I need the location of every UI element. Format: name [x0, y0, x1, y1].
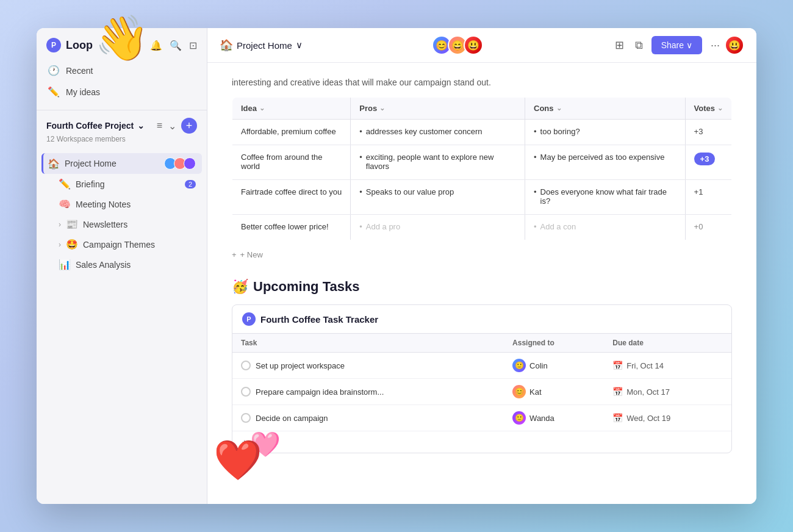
task-checkbox-1[interactable]: [241, 387, 251, 397]
task-col-task: Task: [232, 334, 504, 353]
sidebar-item-my-ideas[interactable]: ✏️ My ideas: [41, 81, 202, 102]
sidebar-item-newsletters[interactable]: › 📰 Newsletters: [41, 214, 202, 234]
pros-sort-icon: ⌄: [379, 104, 385, 112]
task-name-0: Set up project workspace: [232, 353, 504, 379]
app-window: P Loop 🔔 🔍 ⊡ 🕐 Recent ✏️ My ideas Fo: [37, 28, 756, 504]
intro-text: interesting and creative ideas that will…: [232, 77, 732, 87]
add-page-button[interactable]: +: [181, 118, 197, 134]
col-cons[interactable]: Cons ⌄: [525, 98, 686, 120]
sidebar-item-project-home[interactable]: 🏠 Project Home: [41, 153, 202, 174]
ideas-add-new[interactable]: + + New: [232, 245, 732, 264]
sidebar-item-sales-analysis[interactable]: 📊 Sales Analysis: [41, 254, 202, 275]
task-checkbox-2[interactable]: [241, 413, 251, 423]
topbar-left: 🏠 Project Home ∨: [220, 38, 303, 52]
cons-cell-2: • Does everyone know what fair trade is?: [525, 180, 686, 215]
my-ideas-label: My ideas: [66, 87, 100, 97]
tasks-title-text: Upcoming Tasks: [253, 279, 359, 295]
search-icon[interactable]: 🔍: [170, 40, 182, 51]
cons-sort-icon: ⌄: [556, 104, 562, 112]
topbar-avatars: 😊 😄 😃: [432, 35, 483, 55]
votes-cell-0: +3: [685, 120, 731, 145]
sidebar-item-campaign-themes[interactable]: › 🤩 Campaign Themes: [41, 234, 202, 254]
breadcrumb[interactable]: 🏠 Project Home ∨: [220, 38, 303, 52]
tracker-loop-icon: P: [242, 312, 256, 326]
list-icon-btn[interactable]: ≡: [156, 119, 163, 132]
pros-cell-3: • Add a pro: [351, 215, 525, 240]
breadcrumb-icon: 🏠: [220, 38, 233, 52]
due-2: 📅 Wed, Oct 19: [604, 405, 731, 431]
breadcrumb-label: Project Home: [237, 40, 292, 51]
briefing-emoji: ✏️: [59, 178, 71, 190]
more-icon-btn[interactable]: ···: [708, 37, 722, 54]
table-row: Coffee from around the world • exciting,…: [232, 145, 732, 180]
apps-icon-btn[interactable]: ⊞: [612, 36, 626, 54]
share-caret: ∨: [686, 40, 692, 50]
table-row: Fairtrade coffee direct to you • Speaks …: [232, 180, 732, 215]
col-idea[interactable]: Idea ⌄: [232, 98, 351, 120]
pros-cell-2: • Speaks to our value prop: [351, 180, 525, 215]
tasks-emoji: 🥳: [232, 279, 248, 295]
copy-icon-btn[interactable]: ⧉: [633, 37, 645, 54]
cons-cell-1: • May be perceived as too expensive: [525, 145, 686, 180]
sidebar-item-meeting-notes[interactable]: 🧠 Meeting Notes: [41, 194, 202, 214]
page-avatars: [164, 157, 196, 170]
task-checkbox-0[interactable]: [241, 361, 251, 370]
sidebar-item-briefing[interactable]: ✏️ Briefing 2: [41, 174, 202, 194]
task-col-due: Due date: [604, 334, 731, 353]
newsletters-chevron: ›: [59, 220, 61, 229]
sort-icon-btn[interactable]: ⌄: [167, 119, 178, 133]
due-1: 📅 Mon, Oct 17: [604, 379, 731, 405]
assignee-avatar-2: 🙂: [512, 411, 526, 425]
votes-cell-1: +3: [685, 145, 731, 180]
workspace-controls: ≡ ⌄ +: [156, 118, 197, 134]
workspace-header: Fourth Coffee Project ⌄ ≡ ⌄ +: [46, 118, 197, 134]
task-col-assigned: Assigned to: [504, 334, 604, 353]
task-row: Set up project workspace 🙂 Colin: [232, 353, 731, 379]
table-row: Better coffee lower price! • Add a pro •…: [232, 215, 732, 240]
sales-emoji: 📊: [59, 259, 71, 270]
workspace-members: 12 Workspace members: [46, 135, 197, 143]
calendar-icon-0: 📅: [612, 361, 623, 370]
task-name-1: Prepare campaign idea brainstorm...: [232, 379, 504, 405]
votes-cell-2: +1: [685, 180, 731, 215]
task-tracker-title: Fourth Coffee Task Tracker: [260, 314, 378, 325]
col-pros[interactable]: Pros ⌄: [351, 98, 525, 120]
idea-cell-3: Better coffee lower price!: [232, 215, 351, 240]
sidebar-icons: 🔔 🔍 ⊡: [150, 40, 197, 51]
cons-cell-3: • Add a con: [525, 215, 686, 240]
task-tracker-card: P Fourth Coffee Task Tracker Task Assign…: [232, 304, 732, 453]
workspace-name: Fourth Coffee Project ⌄: [46, 121, 145, 131]
main-content: 🏠 Project Home ∨ 😊 😄 😃 ⊞ ⧉ Share ∨ ··· 😃: [207, 28, 756, 504]
task-table: Task Assigned to Due date Set up pr: [232, 334, 731, 431]
workspace-chevron: ⌄: [137, 121, 145, 131]
avatar-3: [184, 157, 196, 170]
heart-large: ❤️: [214, 437, 262, 483]
current-user-avatar[interactable]: 😃: [725, 35, 744, 55]
layout-icon[interactable]: ⊡: [189, 40, 197, 51]
loop-logo: P Loop: [46, 38, 93, 52]
page-campaign-label: Campaign Themes: [83, 240, 196, 250]
page-sales-label: Sales Analysis: [76, 260, 196, 270]
add-new-plus: +: [232, 250, 237, 259]
task-tracker-header: P Fourth Coffee Task Tracker: [232, 305, 731, 334]
briefing-badge: 2: [185, 180, 196, 189]
task-add-new[interactable]: + + New: [232, 431, 731, 453]
edit-icon: ✏️: [48, 86, 60, 98]
table-row: Affordable, premium coffee • addresses k…: [232, 120, 732, 145]
recent-label: Recent: [66, 66, 93, 76]
workspace-section: Fourth Coffee Project ⌄ ≡ ⌄ + 12 Workspa…: [37, 110, 207, 151]
page-meeting-label: Meeting Notes: [76, 200, 196, 209]
idea-cell-2: Fairtrade coffee direct to you: [232, 180, 351, 215]
ideas-table: Idea ⌄ Pros ⌄ Cons: [232, 97, 732, 240]
share-button[interactable]: Share ∨: [651, 36, 702, 54]
calendar-icon-2: 📅: [612, 413, 623, 423]
share-label: Share: [661, 40, 684, 50]
pros-cell-1: • exciting, people want to explore new f…: [351, 145, 525, 180]
notification-icon[interactable]: 🔔: [150, 40, 162, 51]
sidebar-pages: 🏠 Project Home ✏️ Briefing 2 🧠 Meeting N…: [37, 151, 207, 504]
col-votes[interactable]: Votes ⌄: [685, 98, 731, 120]
idea-sort-icon: ⌄: [259, 104, 265, 112]
sidebar: P Loop 🔔 🔍 ⊡ 🕐 Recent ✏️ My ideas Fo: [37, 28, 207, 504]
page-body: interesting and creative ideas that will…: [207, 63, 756, 504]
task-row: Decide on campaign 🙂 Wanda: [232, 405, 731, 431]
